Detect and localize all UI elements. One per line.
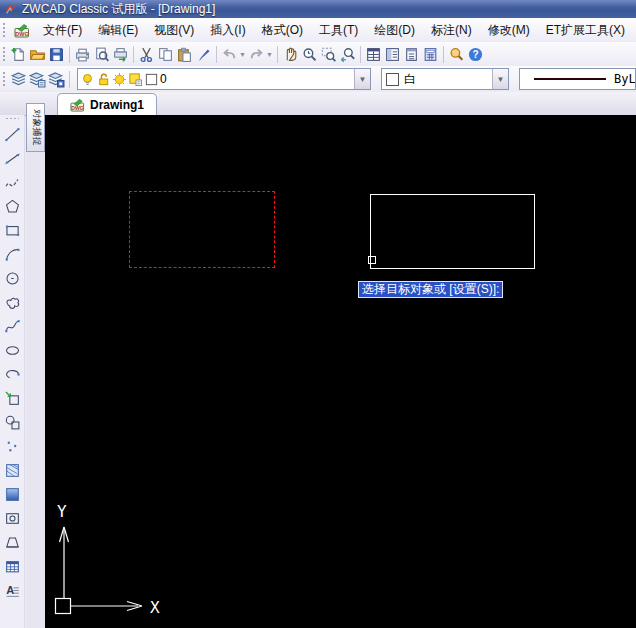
paste-button[interactable] (176, 44, 193, 65)
boundary-button[interactable] (0, 530, 24, 554)
help-icon: ? (467, 46, 484, 63)
drawing-canvas[interactable]: 选择目标对象或 [设置(S)]: Y X (45, 115, 636, 628)
ellipse-button[interactable] (0, 338, 24, 362)
rectangle-entity[interactable] (370, 194, 535, 269)
design-center-icon (384, 46, 401, 63)
chevron-down-icon[interactable]: ▼ (354, 69, 370, 89)
svg-text:?: ? (472, 49, 478, 60)
color-combo[interactable]: 白 ▼ (381, 68, 509, 90)
properties-palette-button[interactable] (365, 44, 382, 65)
menu-item-modify[interactable]: 修改(M) (480, 19, 538, 42)
chevron-down-icon[interactable]: ▼ (492, 69, 508, 89)
hatch-button[interactable] (0, 458, 24, 482)
polyline-button[interactable] (0, 170, 24, 194)
tab-drawing1[interactable]: DWG Drawing1 (57, 93, 157, 115)
undo-icon (221, 46, 238, 63)
ellipse-arc-button[interactable] (0, 362, 24, 386)
plot-layer-icon (128, 72, 143, 87)
new-file-button[interactable] (10, 44, 27, 65)
dwg-file-icon: DWG (70, 97, 85, 112)
layer-properties-icon (10, 71, 27, 88)
polyline-icon (4, 174, 21, 191)
region-button[interactable] (0, 506, 24, 530)
layer-states-icon (29, 71, 46, 88)
rectangle-button[interactable] (0, 218, 24, 242)
circle-button[interactable] (0, 266, 24, 290)
line-button[interactable] (0, 122, 24, 146)
layer-combo[interactable]: 0 ▼ (77, 68, 371, 90)
boundary-icon (4, 534, 21, 551)
rectangle-icon (4, 222, 21, 239)
polygon-button[interactable] (0, 194, 24, 218)
color-swatch-icon (386, 73, 399, 86)
copy-button[interactable] (157, 44, 174, 65)
menu-item-express[interactable]: ET扩展工具(X) (538, 19, 633, 42)
menu-item-view[interactable]: 视图(V) (146, 19, 202, 42)
zoom-window-button[interactable] (320, 44, 337, 65)
revcloud-button[interactable] (0, 290, 24, 314)
undo-button[interactable]: ▼ (221, 44, 246, 65)
tool-palettes-icon (403, 46, 420, 63)
quick-calc-button[interactable] (422, 44, 439, 65)
toolbar-separator (360, 46, 361, 63)
find-button[interactable] (448, 44, 465, 65)
format-brush-icon (195, 46, 212, 63)
design-center-button[interactable] (384, 44, 401, 65)
pan-button[interactable] (282, 44, 299, 65)
layer-states-button[interactable] (29, 69, 46, 90)
open-folder-button[interactable] (29, 44, 46, 65)
table-button[interactable] (0, 554, 24, 578)
layer-properties-button[interactable] (10, 69, 27, 90)
line-icon (4, 126, 21, 143)
pickbox-cursor (368, 256, 376, 264)
layer-translate-button[interactable] (48, 69, 65, 90)
help-button[interactable]: ? (467, 44, 484, 65)
point-button[interactable] (0, 434, 24, 458)
zoom-realtime-button[interactable] (301, 44, 318, 65)
tool-palettes-button[interactable] (403, 44, 420, 65)
zoom-window-icon (320, 46, 337, 63)
svg-text:DWG: DWG (15, 31, 28, 37)
toolbar-gripper[interactable] (2, 71, 6, 87)
dock-gap (26, 115, 45, 628)
menu-item-draw[interactable]: 绘图(D) (366, 19, 423, 42)
toolbar-separator (216, 46, 217, 63)
toolbar-gripper[interactable] (5, 117, 19, 120)
make-block-button[interactable] (0, 410, 24, 434)
selected-rectangle-entity[interactable] (129, 191, 275, 268)
menu-item-dimension[interactable]: 标注(N) (423, 19, 480, 42)
menu-item-edit[interactable]: 编辑(E) (90, 19, 146, 42)
unlock-icon (96, 72, 111, 87)
menu-item-file[interactable]: 文件(F) (35, 19, 90, 42)
menu-item-format[interactable]: 格式(O) (254, 19, 311, 42)
save-button[interactable] (48, 44, 65, 65)
xline-button[interactable] (0, 146, 24, 170)
redo-button[interactable]: ▼ (248, 44, 273, 65)
window-title: ZWCAD Classic 试用版 - [Drawing1] (22, 1, 215, 18)
object-snap-panel[interactable]: 对象捕捉 (26, 103, 45, 152)
format-brush-button[interactable] (195, 44, 212, 65)
gradient-button[interactable] (0, 482, 24, 506)
toolbar-separator (277, 46, 278, 63)
cut-button[interactable] (138, 44, 155, 65)
gradient-icon (4, 486, 21, 503)
print-button[interactable] (74, 44, 91, 65)
redo-icon (248, 46, 265, 63)
mtext-button[interactable]: A (0, 578, 24, 602)
arc-icon (4, 246, 21, 263)
zoom-previous-button[interactable] (339, 44, 356, 65)
ellipse-arc-icon (4, 366, 21, 383)
arc-button[interactable] (0, 242, 24, 266)
menu-item-tools[interactable]: 工具(T) (311, 19, 366, 42)
toolbar-separator (443, 46, 444, 63)
spline-button[interactable] (0, 314, 24, 338)
plot-button[interactable] (112, 44, 129, 65)
toolbar-gripper[interactable] (2, 22, 6, 38)
menu-item-insert[interactable]: 插入(I) (202, 19, 253, 42)
insert-block-button[interactable] (0, 386, 24, 410)
toolbar-gripper[interactable] (2, 46, 6, 62)
linetype-combo[interactable]: ByLayer (519, 68, 636, 90)
xline-icon (4, 150, 21, 167)
color-swatch-icon (144, 72, 159, 87)
print-preview-button[interactable] (93, 44, 110, 65)
